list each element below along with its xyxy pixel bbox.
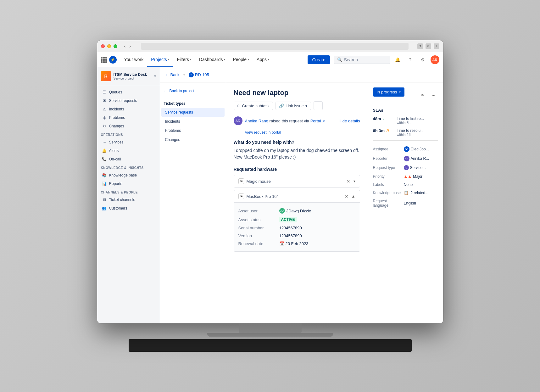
- asset-row-renewal: Renewal date 📅 20 Feb 2023: [238, 240, 355, 248]
- requester-row: AR Annika Rang raised this request via P…: [234, 116, 360, 125]
- url-bar[interactable]: [141, 43, 409, 50]
- forward-arrow[interactable]: ›: [128, 44, 132, 49]
- view-portal-link[interactable]: View request in portal: [245, 130, 360, 135]
- request-type-label: Request type: [373, 165, 401, 170]
- hardware-item-magic-mouse-header[interactable]: ✉ Magic mouse ✕ ▾: [234, 175, 360, 187]
- sidebar-alerts[interactable]: 🔔 Alerts: [98, 147, 159, 155]
- panel-more-icon[interactable]: ···: [429, 91, 438, 100]
- language-label: Request language: [373, 199, 401, 208]
- maximize-button[interactable]: [114, 44, 117, 48]
- sidebar-reports[interactable]: 📊 Reports: [98, 180, 159, 188]
- back-button[interactable]: ← Back: [165, 72, 180, 77]
- link-icon: 🔗: [279, 104, 284, 108]
- hardware-expand-icon-macbook[interactable]: ▲: [352, 194, 355, 199]
- requester-name[interactable]: Annika Rang: [245, 119, 268, 123]
- notifications-icon[interactable]: 🔔: [393, 55, 403, 65]
- services-icon: ⋯: [102, 140, 107, 144]
- ticket-type-service-requests[interactable]: Service requests: [161, 108, 225, 117]
- hardware-right: ✕ ▾: [347, 179, 355, 184]
- nav-apps[interactable]: Apps▾: [253, 52, 273, 67]
- sidebar-ticket-channels[interactable]: 🖥 Ticket channels: [98, 196, 159, 204]
- sidebar-on-call[interactable]: 📞 On-call: [98, 155, 159, 163]
- project-chevron-icon[interactable]: ▾: [154, 74, 156, 78]
- portal-link[interactable]: Portal: [310, 119, 321, 123]
- minimize-button[interactable]: [107, 44, 111, 48]
- watch-icon[interactable]: 👁: [419, 91, 427, 100]
- asset-renewal-value: 20 Feb 2023: [286, 241, 309, 246]
- kb-value: 📋 2 related...: [404, 191, 429, 195]
- calendar-icon: 📅: [279, 241, 284, 246]
- mac-window: ‹ › ⬆ ⧉ +: [97, 40, 443, 323]
- more-actions-button[interactable]: ···: [314, 101, 323, 110]
- customers-icon: 👥: [102, 206, 107, 210]
- link-issue-button[interactable]: 🔗 Link issue ▾: [276, 102, 311, 110]
- sla-info-first: Time to first re... within 8h: [397, 116, 424, 125]
- hide-details-link[interactable]: Hide details: [339, 119, 360, 123]
- sidebar-customers[interactable]: 👥 Customers: [98, 204, 159, 212]
- incidents-icon: ⚠: [102, 107, 107, 111]
- sla-time-second: 6h 3m ⏱: [373, 128, 395, 133]
- ticket-type-problems[interactable]: Problems: [161, 126, 225, 135]
- kb-label: Knowledge base: [373, 191, 401, 195]
- sla-time-first: 48m ✓: [373, 116, 395, 121]
- meta-row-assignee: Assignee OJ Oleg Job...: [373, 144, 438, 154]
- requester-avatar: AR: [234, 116, 242, 125]
- service-requests-icon: ✉: [102, 98, 107, 103]
- help-icon[interactable]: ?: [405, 55, 415, 65]
- asset-user-avatar: JD: [279, 208, 285, 214]
- nav-projects[interactable]: Projects▾: [147, 52, 173, 67]
- nav-people[interactable]: People▾: [229, 52, 253, 67]
- create-button[interactable]: Create: [308, 55, 330, 64]
- sla-label-first: Time to first re...: [397, 116, 424, 121]
- settings-icon[interactable]: ⚙: [418, 55, 428, 65]
- sla-label-second: Time to resolu...: [397, 128, 424, 133]
- create-subtask-button[interactable]: ⊕ Create subtask: [234, 102, 273, 110]
- sidebar-service-requests[interactable]: ✉ Service requests: [98, 97, 159, 105]
- nav-your-work[interactable]: Your work: [120, 52, 148, 67]
- asset-row-serial: Serial number 1234567890: [238, 224, 355, 232]
- search-bar[interactable]: 🔍 Search: [334, 56, 390, 64]
- ticket-type-incidents[interactable]: Incidents: [161, 117, 225, 126]
- assignee-label: Assignee: [373, 147, 401, 151]
- hardware-item-macbook-header[interactable]: ✉ MacBook Pro 16" ✕ ▲: [234, 190, 360, 202]
- title-bar-actions: ⬆ ⧉ +: [417, 43, 439, 49]
- sidebar-queues[interactable]: ☰ Queues: [98, 88, 159, 96]
- sidebar-incidents[interactable]: ⚠ Incidents: [98, 105, 159, 113]
- asset-status-value: ACTIVE: [279, 217, 297, 222]
- status-button[interactable]: In progress ▾: [373, 87, 404, 97]
- share-icon[interactable]: ⬆: [417, 43, 423, 49]
- close-button[interactable]: [101, 44, 105, 48]
- user-avatar[interactable]: AR: [431, 55, 439, 64]
- sidebar-problems[interactable]: ◎ Problems: [98, 114, 159, 122]
- reporter-value: AR Annika R...: [404, 156, 429, 161]
- back-to-project[interactable]: ← Back to project: [160, 86, 226, 96]
- hardware-collapse-icon[interactable]: ▾: [354, 179, 355, 183]
- grid-icon[interactable]: [101, 57, 107, 63]
- top-nav: ⚡ Your work Projects▾ Filters▾: [97, 52, 443, 67]
- app-content: ⚡ Your work Projects▾ Filters▾: [97, 52, 443, 323]
- nav-dashboards[interactable]: Dashboards▾: [195, 52, 229, 67]
- search-label: Search: [344, 57, 358, 62]
- alerts-icon: 🔔: [102, 148, 107, 153]
- link-chevron-icon: ▾: [305, 104, 308, 108]
- tab-icon[interactable]: ⧉: [426, 43, 431, 49]
- back-arrow[interactable]: ‹: [123, 44, 127, 49]
- sidebar-changes[interactable]: ↻ Changes: [98, 122, 159, 130]
- issue-type-icon: ?: [189, 72, 194, 77]
- changes-icon: ↻: [102, 124, 107, 128]
- sidebar-knowledge-base[interactable]: 📚 Knowledge base: [98, 171, 159, 179]
- add-tab-icon[interactable]: +: [434, 43, 439, 49]
- hardware-crosshair-icon: ✕: [347, 179, 350, 184]
- assignee-avatar: OJ: [404, 146, 409, 152]
- nav-filters[interactable]: Filters▾: [173, 52, 195, 67]
- hardware-section-title: Requested hardware: [234, 167, 360, 172]
- sidebar-services[interactable]: ⋯ Services: [98, 138, 159, 146]
- mac-base: [207, 333, 333, 337]
- labels-label: Labels: [373, 182, 401, 187]
- assignee-value: OJ Oleg Job...: [404, 146, 429, 152]
- asset-status-label: Asset status: [238, 217, 279, 222]
- ticket-type-changes[interactable]: Changes: [161, 135, 225, 144]
- request-type-value: 🛡 Service...: [404, 165, 426, 170]
- ticket-types-header: Ticket types: [160, 99, 226, 108]
- asset-row-status: Asset status ACTIVE: [238, 215, 355, 224]
